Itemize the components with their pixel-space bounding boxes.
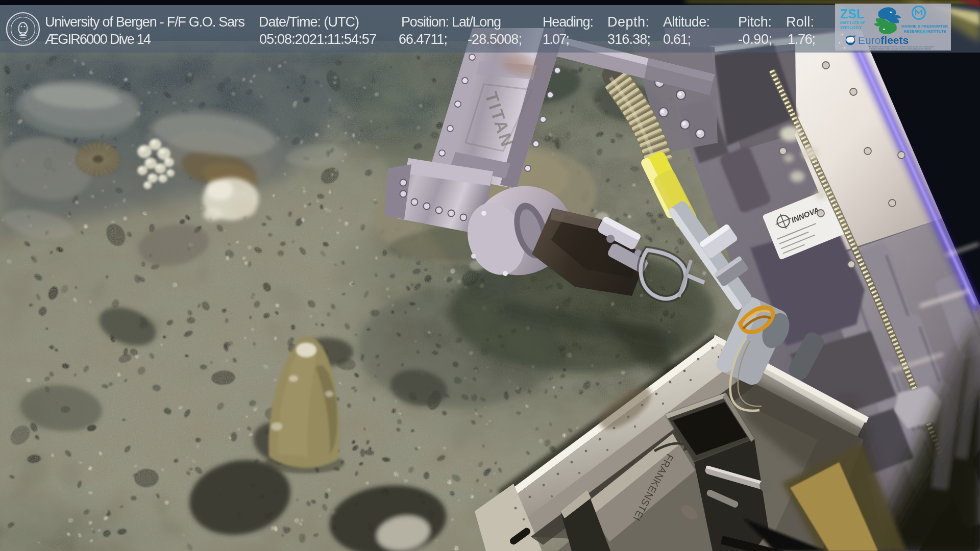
svg-text:of the EU Horizon 2020 researc: of the EU Horizon 2020 research and inno… [869, 47, 932, 50]
svg-text:-0.90;: -0.90; [738, 32, 772, 47]
svg-text:ZOOLOGY: ZOOLOGY [840, 25, 862, 30]
svg-text:Date/Time: (UTC): Date/Time: (UTC) [259, 14, 359, 30]
svg-text:Pitch:: Pitch: [738, 14, 772, 30]
svg-text:INSTITUTE OF: INSTITUTE OF [840, 20, 866, 25]
svg-text:-28.5008;: -28.5008; [468, 32, 522, 47]
svg-text:316.38;: 316.38; [607, 32, 651, 47]
svg-text:1.76;: 1.76; [788, 32, 816, 47]
svg-text:ZSL: ZSL [840, 7, 864, 21]
svg-text:Eurofleets: Eurofleets [858, 34, 909, 46]
svg-text:Altitude:: Altitude: [663, 14, 710, 30]
svg-text:Roll:: Roll: [786, 14, 814, 30]
svg-text:0.61;: 0.61; [663, 32, 691, 47]
svg-text:66.4711;: 66.4711; [399, 32, 448, 47]
svg-text:Heading:: Heading: [543, 14, 594, 30]
svg-text:Depth:: Depth: [607, 14, 649, 30]
svg-text:University of Bergen - F/F G.O: University of Bergen - F/F G.O. Sars [45, 14, 245, 30]
svg-text:+: + [922, 28, 926, 36]
svg-text:05:08:2021:11:54:57: 05:08:2021:11:54:57 [259, 32, 377, 47]
svg-text:Position: Lat/Long: Position: Lat/Long [401, 14, 501, 30]
svg-text:1.07;: 1.07; [543, 32, 570, 47]
svg-text:ÆGIR6000 Dive 14: ÆGIR6000 Dive 14 [45, 32, 151, 47]
